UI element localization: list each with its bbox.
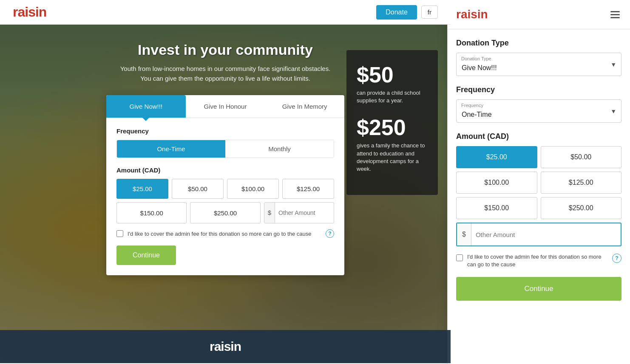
hamburger-line-1 (610, 11, 620, 12)
tab-give-in-honour[interactable]: Give In Honour (186, 95, 265, 118)
left-panel: raisin Donate fr Invest in your communit… (0, 0, 451, 364)
mobile-amount-100[interactable]: $100.00 (456, 172, 537, 194)
right-panel: raisin Donation Type Donation Type Give … (447, 0, 630, 364)
mobile-donation-type-title: Donation Type (456, 39, 621, 48)
other-amount-wrap: $ (264, 202, 334, 223)
amount-50[interactable]: $50.00 (172, 179, 224, 199)
frequency-selector: One-Time Monthly (116, 140, 334, 158)
logo-text: raisin (13, 4, 46, 20)
frequency-one-time[interactable]: One-Time (117, 140, 225, 158)
hero-section: Invest in your community Youth from low-… (0, 25, 451, 363)
language-button[interactable]: fr (421, 6, 438, 19)
mobile-amount-grid: $25.00 $50.00 $100.00 $125.00 $150.00 $2… (456, 146, 621, 219)
stat-amount-1: $50 (357, 62, 428, 87)
stat-desc-2: gives a family the chance to attend to e… (357, 142, 428, 173)
mobile-frequency-wrap: Frequency One-Time Monthly ▼ (456, 99, 621, 123)
amount-250[interactable]: $250.00 (190, 202, 260, 223)
hero-subtitle-line2: You can give them the opportunity to liv… (120, 74, 331, 84)
mobile-amount-150[interactable]: $150.00 (456, 197, 537, 219)
hero-subtitle-line1: Youth from low-income homes in our commu… (120, 64, 331, 74)
other-amount-input[interactable] (275, 204, 334, 221)
mobile-dollar-sign: $ (457, 223, 471, 245)
mobile-amount-250[interactable]: $250.00 (541, 197, 622, 219)
mobile-continue-button[interactable]: Continue (456, 277, 621, 301)
mobile-other-amount-wrap: $ (456, 223, 621, 246)
mobile-admin-fee-label: I'd like to cover the admin fee for this… (467, 253, 608, 268)
top-nav: raisin Donate fr (0, 0, 451, 25)
mobile-amount-title: Amount (CAD) (456, 132, 621, 141)
amount-label: Amount (CAD) (116, 166, 334, 174)
dollar-sign: $ (264, 203, 275, 223)
continue-button[interactable]: Continue (116, 245, 176, 265)
mobile-frequency-label: Frequency (461, 103, 483, 108)
hamburger-menu[interactable] (609, 9, 621, 20)
stats-overlay: $50 can provide a child school supplies … (346, 50, 438, 195)
mobile-help-icon[interactable]: ? (612, 254, 621, 263)
tab-give-in-memory[interactable]: Give In Memory (265, 95, 344, 118)
mobile-amount-section: Amount (CAD) $25.00 $50.00 $100.00 $125.… (456, 132, 621, 301)
help-icon[interactable]: ? (326, 229, 334, 238)
mobile-donation-type-wrap: Donation Type Give Now!!! Give In Honour… (456, 53, 621, 76)
mobile-amount-25[interactable]: $25.00 (456, 146, 537, 168)
admin-fee-checkbox[interactable] (116, 230, 123, 237)
tab-give-now[interactable]: Give Now!!! (106, 95, 186, 118)
donation-tabs: Give Now!!! Give In Honour Give In Memor… (106, 95, 344, 118)
mobile-donation-type-label: Donation Type (461, 56, 491, 61)
logo: raisin (13, 4, 46, 20)
frequency-monthly[interactable]: Monthly (225, 140, 334, 158)
hero-content: Invest in your community Youth from low-… (120, 25, 331, 83)
admin-fee-label: I'd like to cover the admin fee for this… (128, 231, 321, 237)
mobile-amount-50[interactable]: $50.00 (541, 146, 622, 168)
hamburger-line-3 (610, 17, 620, 18)
mobile-header: raisin (448, 0, 630, 29)
nav-right: Donate fr (376, 5, 438, 20)
stat-desc-1: can provide a child school supplies for … (357, 89, 428, 104)
amount-25[interactable]: $25.00 (116, 179, 168, 199)
mobile-amount-125[interactable]: $125.00 (541, 172, 622, 194)
donation-body: Frequency One-Time Monthly Amount (CAD) … (106, 118, 344, 275)
mobile-admin-fee-row: I'd like to cover the admin fee for this… (456, 253, 621, 268)
amount-125[interactable]: $125.00 (282, 179, 334, 199)
hero-footer: raisin (0, 330, 451, 363)
frequency-label: Frequency (116, 127, 334, 135)
hero-title: Invest in your community (120, 42, 331, 58)
amount-grid-row2: $150.00 $250.00 $ (116, 202, 334, 223)
amount-150[interactable]: $150.00 (116, 202, 187, 223)
mobile-admin-fee-checkbox[interactable] (456, 254, 463, 261)
mobile-frequency-section: Frequency Frequency One-Time Monthly ▼ (456, 85, 621, 123)
mobile-form: Donation Type Donation Type Give Now!!! … (448, 29, 630, 310)
stat-amount-2: $250 (357, 115, 428, 140)
donation-widget: Give Now!!! Give In Honour Give In Memor… (106, 95, 344, 275)
amount-grid-row1: $25.00 $50.00 $100.00 $125.00 (116, 179, 334, 199)
mobile-logo: raisin (456, 8, 488, 21)
footer-logo: raisin (9, 339, 441, 354)
donate-button[interactable]: Donate (376, 5, 417, 20)
hamburger-line-2 (610, 14, 620, 15)
mobile-other-amount-input[interactable] (471, 225, 621, 244)
amount-100[interactable]: $100.00 (227, 179, 279, 199)
mobile-frequency-title: Frequency (456, 85, 621, 94)
admin-fee-row: I'd like to cover the admin fee for this… (116, 229, 334, 238)
